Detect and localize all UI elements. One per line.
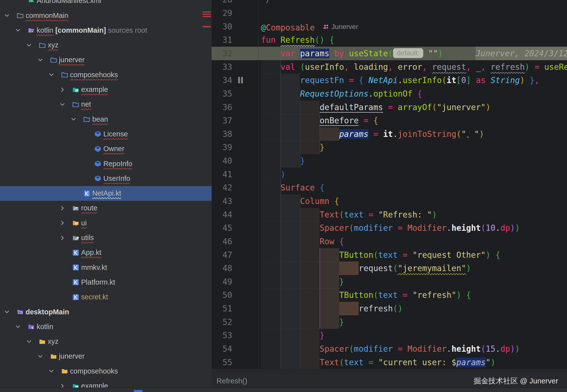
line-number[interactable]: 43 (212, 194, 232, 208)
code-line[interactable]: Text(text = "current user: $params") (261, 356, 495, 369)
suspend-icon[interactable] (238, 77, 244, 84)
tree-row[interactable]: mmkv.kt (0, 260, 212, 275)
tree-row[interactable]: kotlin [commonMain] sources root (0, 23, 212, 38)
chevron-right-icon[interactable] (59, 86, 66, 93)
tree-row[interactable]: example (0, 379, 212, 388)
tree-row[interactable]: secret.kt (0, 290, 212, 305)
code-line[interactable]: TButton(text = "request Other") { (261, 248, 500, 262)
code-line[interactable]: TButton(text = "refresh") { (261, 288, 471, 302)
error-stripe-mark[interactable] (203, 26, 211, 27)
line-number[interactable]: 33 (212, 60, 232, 74)
chevron-down-icon[interactable] (37, 57, 44, 63)
chevron-down-icon[interactable] (48, 71, 55, 78)
line-number[interactable]: 54 (212, 342, 232, 356)
error-stripe-mark[interactable] (203, 16, 211, 17)
tree-row[interactable]: composehooks (0, 364, 212, 378)
line-number[interactable]: 29 (212, 6, 232, 20)
code-line[interactable]: Column { (261, 194, 339, 208)
code-line[interactable]: Spacer(modifier = Modifier.height(15.dp)… (261, 342, 520, 356)
chevron-down-icon[interactable] (59, 101, 66, 108)
chevron-down-icon[interactable] (15, 27, 21, 34)
code-line[interactable]: refresh() (261, 302, 403, 315)
code-line[interactable]: Text(text = "Refresh: ") (261, 208, 437, 221)
chevron-down-icon[interactable] (26, 338, 32, 345)
code-line[interactable]: } (261, 154, 305, 168)
tree-row[interactable]: Owner (0, 142, 212, 156)
breadcrumb[interactable]: Refresh() (217, 374, 247, 388)
line-number[interactable]: 41 (212, 168, 232, 181)
code-line[interactable]: Spacer(modifier = Modifier.height(10.dp)… (261, 221, 520, 235)
chevron-down-icon[interactable] (37, 353, 44, 360)
line-number[interactable]: 42 (212, 181, 232, 194)
code-line[interactable]: Surface { (261, 181, 324, 194)
tree-row[interactable]: NetApi.kt (0, 186, 212, 201)
tree-row[interactable]: RepoInfo (0, 156, 212, 171)
chevron-down-icon[interactable] (26, 42, 32, 49)
line-number[interactable]: 30 (212, 20, 232, 33)
tree-row[interactable]: App.kt (0, 245, 212, 260)
line-number[interactable]: 53 (212, 329, 232, 342)
line-number[interactable]: 38 (212, 127, 232, 141)
chevron-down-icon[interactable] (15, 323, 21, 330)
line-number[interactable]: 50 (212, 288, 232, 302)
code-line[interactable]: } (261, 141, 324, 154)
line-number[interactable]: 47 (212, 248, 232, 262)
line-number[interactable]: 31 (212, 33, 232, 47)
tree-row[interactable]: xyz (0, 334, 212, 349)
tree-row[interactable]: ui (0, 216, 212, 230)
line-number[interactable]: 40 (212, 154, 232, 168)
chevron-down-icon[interactable] (48, 368, 55, 375)
tree-row[interactable]: kotlin (0, 319, 212, 334)
code-line[interactable]: defaultParams = arrayOf("junerver") (261, 101, 491, 114)
chevron-right-icon[interactable] (59, 205, 66, 212)
line-number[interactable]: 52 (212, 315, 232, 329)
line-number[interactable]: 49 (212, 275, 232, 289)
line-number[interactable]: 34 (212, 73, 232, 87)
line-number[interactable]: 35 (212, 87, 232, 101)
line-number[interactable]: 55 (212, 356, 232, 369)
tree-row[interactable]: utils (0, 231, 212, 245)
line-number[interactable]: 28 (212, 0, 232, 6)
tree-row[interactable]: bean (0, 112, 212, 127)
code-line[interactable]: } (261, 329, 324, 342)
tree-row[interactable]: commonMain (0, 8, 212, 23)
line-number[interactable]: 36 (212, 101, 232, 114)
code-line[interactable]: requestFn = { NetApi.userInfo(it[0] as S… (261, 73, 539, 87)
tree-row[interactable]: AndroidManifest.xml (0, 0, 212, 8)
tree-row[interactable]: License (0, 127, 212, 141)
code-line[interactable]: var params by useState(default: "") (261, 47, 443, 60)
code-line[interactable]: params = it.joinToString("、") (261, 127, 484, 141)
tree-row[interactable]: Platform.kt (0, 275, 212, 290)
line-number[interactable]: 45 (212, 221, 232, 235)
code-line[interactable]: val (userInfo, loading, error, request, … (261, 60, 567, 74)
code-line[interactable]: fun Refresh() { (261, 33, 334, 47)
line-number[interactable]: 46 (212, 235, 232, 248)
tree-row[interactable]: junerver (0, 53, 212, 67)
code-line[interactable]: @ComposableJunerver (261, 20, 358, 33)
tree-row[interactable]: xyz (0, 38, 212, 53)
tree-row[interactable]: net (0, 97, 212, 112)
code-line[interactable]: RequestOptions.optionOf { (261, 87, 422, 101)
chevron-right-icon[interactable] (59, 219, 66, 226)
code-line[interactable]: } (261, 275, 344, 289)
code-author-inlay[interactable]: Junerver (322, 20, 358, 33)
error-stripe-mark[interactable] (203, 12, 211, 13)
line-number[interactable]: 39 (212, 141, 232, 154)
tree-row[interactable]: UserInfo (0, 171, 212, 186)
code-line[interactable]: request("jeremymailen") (261, 261, 471, 275)
code-line[interactable]: Row { (261, 235, 344, 248)
code-line[interactable]: } (261, 315, 344, 329)
tree-row[interactable]: example (0, 82, 212, 97)
code-editor[interactable]: 28*/2930@ComposableJunerver31fun Refresh… (212, 0, 567, 374)
line-number[interactable]: 48 (212, 261, 232, 275)
line-number[interactable]: 37 (212, 114, 232, 127)
chevron-right-icon[interactable] (59, 234, 66, 241)
tree-row[interactable]: route (0, 201, 212, 216)
tree-row[interactable]: composehooks (0, 67, 212, 82)
code-line[interactable]: onBefore = { (261, 114, 378, 127)
tree-row[interactable]: junerver (0, 349, 212, 364)
line-number[interactable]: 44 (212, 208, 232, 221)
code-line[interactable]: ) (261, 168, 285, 181)
error-stripe-mark[interactable] (203, 14, 211, 15)
line-number[interactable]: 51 (212, 302, 232, 315)
